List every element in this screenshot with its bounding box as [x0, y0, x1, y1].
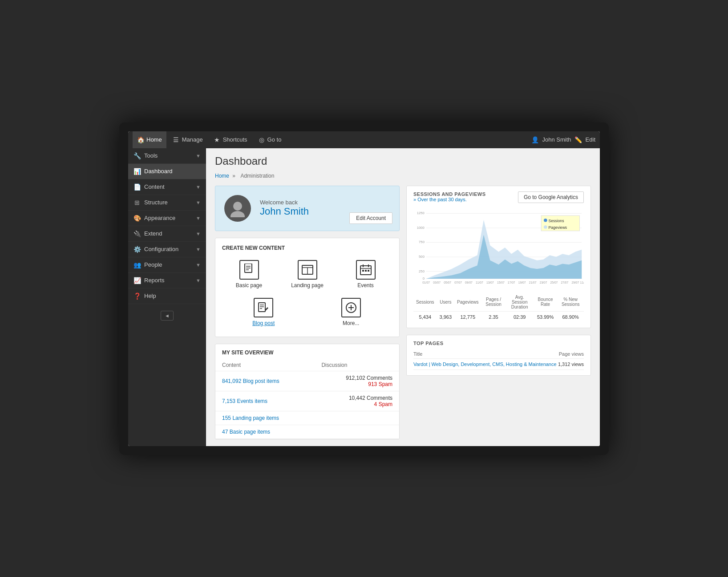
sidebar-dashboard-label: Dashboard [144, 168, 173, 175]
basic-page-icon [239, 260, 259, 280]
appearance-chevron: ▼ [196, 215, 201, 221]
stat-avg-session-header: Avg. Session Duration [506, 293, 534, 312]
blog-post-link[interactable]: 841,092 Blog post items [222, 378, 279, 384]
sidebar-item-tools[interactable]: 🔧 Tools ▼ [128, 148, 206, 164]
landing-page-label: Landing page [291, 282, 324, 288]
sidebar-item-structure[interactable]: ⊞ Structure ▼ [128, 195, 206, 211]
analytics-chart: 1250 1000 750 500 250 0 [413, 207, 584, 288]
screen-inner: 🏠 Home ☰ Manage ★ Shortcuts ◎ Go to 👤 [128, 131, 600, 446]
edit-account-button[interactable]: Edit Account [349, 212, 392, 224]
sidebar-item-content[interactable]: 📄 Content ▼ [128, 179, 206, 195]
svg-text:750: 750 [419, 240, 425, 244]
user-avatar [224, 195, 251, 222]
stat-pages-session-value: 2.35 [481, 311, 506, 322]
landing-page-link[interactable]: 155 Landing page items [222, 415, 279, 421]
top-pages-col-views: Page views [558, 349, 584, 359]
site-overview-table: Content Discussion 841,0 [215, 359, 399, 439]
svg-point-1 [231, 211, 245, 217]
top-page-link[interactable]: Vardot | Web Design, Development, CMS, H… [413, 362, 557, 367]
content-items-grid: Basic page [222, 256, 392, 292]
basic-page-link[interactable]: 47 Basic page items [222, 429, 270, 435]
blog-post-icon [254, 298, 273, 317]
content-area: Dashboard Home » Administration [206, 148, 600, 446]
welcome-back-text: Welcome back [260, 199, 390, 206]
row-3-content: 155 Landing page items [215, 411, 315, 425]
sidebar-structure-label: Structure [144, 199, 168, 206]
nav-edit-label[interactable]: Edit [586, 136, 595, 143]
content-item-basic-page[interactable]: Basic page [222, 256, 276, 292]
events-link[interactable]: 7,153 Events items [222, 398, 267, 404]
sidebar-item-people[interactable]: 👥 People ▼ [128, 257, 206, 273]
sidebar-item-extend[interactable]: 🔌 Extend ▼ [128, 226, 206, 242]
top-page-views: 1,312 views [558, 358, 584, 370]
nav-manage[interactable]: ☰ Manage [168, 131, 207, 148]
stat-users-value: 3,963 [437, 311, 455, 322]
nav-username: John Smith [542, 136, 571, 143]
stat-pageviews-value: 12,775 [454, 311, 481, 322]
content-icon: 📄 [133, 183, 141, 191]
chart-wrapper: 1250 1000 750 500 250 0 [413, 207, 584, 289]
create-content-card: CREATE NEW CONTENT [215, 238, 400, 337]
content-item-landing-page[interactable]: Landing page [280, 256, 334, 292]
page-title: Dashboard [215, 155, 591, 167]
user-icon: 👤 [532, 136, 539, 143]
sidebar-item-people-left: 👥 People [133, 261, 162, 268]
goto-icon: ◎ [258, 136, 265, 143]
structure-chevron: ▼ [196, 200, 201, 205]
sidebar-item-dashboard[interactable]: 📊 Dashboard [128, 164, 206, 179]
breadcrumb-home[interactable]: Home [215, 173, 229, 179]
blog-post-label: Blog post [252, 320, 275, 326]
sidebar-item-help[interactable]: ❓ Help [128, 288, 206, 304]
create-content-title: CREATE NEW CONTENT [222, 245, 392, 251]
svg-text:0: 0 [423, 276, 425, 280]
svg-text:01/07: 01/07 [422, 281, 430, 284]
sidebar-content-label: Content [144, 183, 165, 190]
nav-home[interactable]: 🏠 Home [133, 131, 166, 148]
svg-point-54 [544, 225, 547, 229]
content-item-blog-post[interactable]: Blog post [222, 294, 305, 330]
content-item-more[interactable]: More... [310, 294, 393, 330]
sidebar-item-configuration[interactable]: ⚙️ Configuration ▼ [128, 242, 206, 257]
table-row: 7,153 Events items 10,442 [215, 391, 399, 411]
dashboard-icon: 📊 [133, 168, 141, 175]
svg-text:19/07: 19/07 [518, 281, 526, 284]
svg-text:17/07: 17/07 [508, 281, 515, 284]
sidebar-item-tools-left: 🔧 Tools [133, 152, 158, 159]
structure-icon: ⊞ [133, 199, 141, 206]
stat-sessions-header: Sessions [413, 293, 437, 312]
col-content: Content [215, 359, 315, 371]
home-icon: 🏠 [137, 136, 144, 143]
go-analytics-button[interactable]: Go to Google Analytics [518, 191, 584, 203]
site-overview-title: MY SITE OVERVIEW [215, 344, 399, 359]
stat-bounce-header: Bounce Rate [534, 293, 558, 312]
edit-icon: ✏️ [575, 136, 582, 143]
svg-text:Sessions: Sessions [549, 218, 564, 223]
nav-manage-label: Manage [182, 136, 203, 143]
table-row: 841,092 Blog post items 912,102 [215, 371, 399, 391]
row-2-content: 7,153 Events items [215, 391, 315, 411]
row-2-discussion: 10,442 Comments 4 Spam [315, 391, 399, 411]
svg-text:500: 500 [419, 254, 425, 258]
top-pages-card: TOP PAGES Title Page views [406, 335, 591, 376]
svg-text:07/07: 07/07 [454, 281, 462, 284]
svg-text:25/07: 25/07 [550, 281, 558, 284]
stat-pages-session-header: Pages / Session [481, 293, 506, 312]
nav-goto[interactable]: ◎ Go to [254, 131, 286, 148]
sidebar-people-label: People [144, 261, 162, 268]
svg-text:09/07: 09/07 [465, 281, 473, 284]
table-row: 155 Landing page items [215, 411, 399, 425]
sidebar-item-reports[interactable]: 📈 Reports ▼ [128, 273, 206, 288]
stats-table: Sessions Users Pageviews Pages / Session… [413, 293, 584, 322]
content-item-events[interactable]: Events [339, 256, 392, 292]
sidebar-item-appearance[interactable]: 🎨 Appearance ▼ [128, 211, 206, 226]
site-overview-card: MY SITE OVERVIEW Content Discussion [215, 344, 400, 439]
more-label: More... [343, 320, 359, 326]
sidebar-item-structure-left: ⊞ Structure [133, 199, 168, 206]
sidebar-collapse-button[interactable]: ◄ [161, 311, 174, 321]
row-4-discussion [315, 425, 399, 439]
breadcrumb: Home » Administration [215, 173, 591, 179]
stat-new-sessions-value: 68.90% [557, 311, 584, 322]
nav-shortcuts[interactable]: ★ Shortcuts [209, 131, 252, 148]
stats-row: 5,434 3,963 12,775 2.35 02:39 53.99% 68.… [413, 311, 584, 322]
top-pages-table: Title Page views Vardot | Web Design, De… [413, 349, 584, 370]
